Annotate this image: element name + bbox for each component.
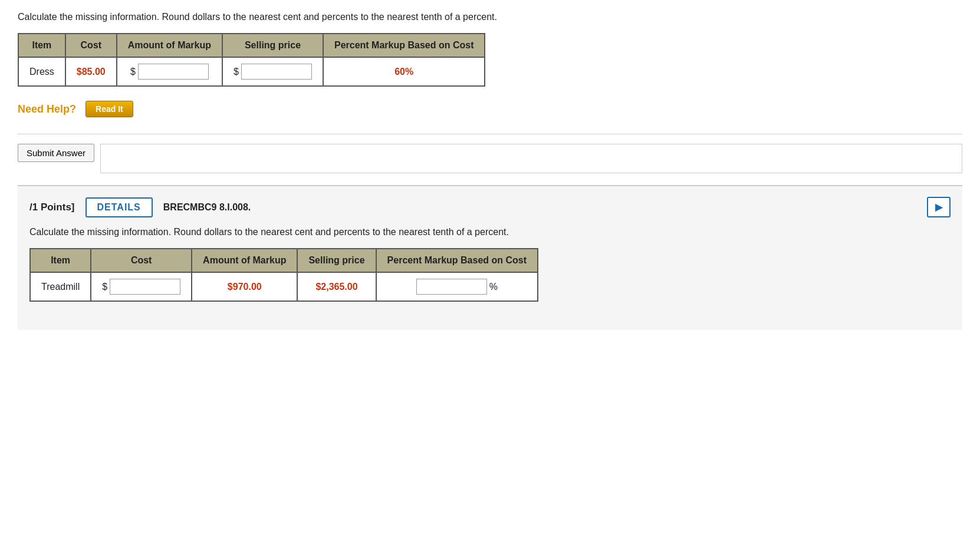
cell-selling-price: $	[222, 57, 323, 86]
col-header-item: Item	[18, 34, 65, 57]
col-header-markup-amount: Amount of Markup	[117, 34, 222, 57]
col2-header-selling-price: Selling price	[297, 249, 376, 272]
cell-percent-markup: 60%	[323, 57, 485, 86]
selling-price-value-2: $2,365.00	[315, 282, 357, 292]
page-wrapper: Calculate the missing information. Round…	[0, 0, 980, 342]
cell-markup-amount: $	[117, 57, 222, 86]
section2-table: Item Cost Amount of Markup Selling price…	[29, 248, 538, 302]
cost-value: $85.00	[77, 67, 106, 77]
answer-input-area	[100, 144, 962, 173]
percent-markup-value: 60%	[394, 67, 413, 77]
percent-markup-input-2[interactable]	[416, 279, 487, 295]
cell2-selling-price: $2,365.00	[297, 272, 376, 301]
dollar-sign-3: $	[102, 282, 107, 292]
col2-header-percent-markup: Percent Markup Based on Cost	[376, 249, 538, 272]
markup-amount-input[interactable]	[138, 64, 209, 80]
cell-cost: $85.00	[65, 57, 117, 86]
section-right-button[interactable]: ▶	[927, 197, 951, 217]
section-2: /1 Points] DETAILS BRECMBC9 8.I.008. ▶ C…	[18, 185, 962, 330]
cell2-percent-markup: %	[376, 272, 538, 301]
submit-answer-button[interactable]: Submit Answer	[18, 144, 94, 162]
reference-code: BRECMBC9 8.I.008.	[163, 202, 251, 213]
markup-amount-input-wrapper: $	[128, 64, 211, 80]
need-help-label: Need Help?	[18, 103, 76, 115]
col-header-percent-markup: Percent Markup Based on Cost	[323, 34, 485, 57]
col-header-cost: Cost	[65, 34, 117, 57]
cell-item: Dress	[18, 57, 65, 86]
col-header-selling-price: Selling price	[222, 34, 323, 57]
dollar-sign-2: $	[234, 67, 239, 77]
submit-row: Submit Answer	[18, 134, 962, 173]
table-row: Dress $85.00 $ $	[18, 57, 485, 86]
cell2-markup-amount: $970.00	[192, 272, 297, 301]
percent-markup-input-wrapper-2: %	[387, 279, 527, 295]
points-details-row: /1 Points] DETAILS BRECMBC9 8.I.008. ▶	[29, 197, 951, 217]
points-label: /1 Points]	[29, 202, 75, 213]
selling-price-input-wrapper: $	[234, 64, 312, 80]
read-it-button[interactable]: Read It	[85, 101, 133, 117]
table-header-row-2: Item Cost Amount of Markup Selling price…	[30, 249, 538, 272]
markup-amount-value-2: $970.00	[228, 282, 262, 292]
cost-input-wrapper-2: $	[102, 279, 180, 295]
section-1: Calculate the missing information. Round…	[18, 12, 962, 185]
section1-instructions: Calculate the missing information. Round…	[18, 12, 962, 22]
cost-input-2[interactable]	[110, 279, 180, 295]
cell2-item: Treadmill	[30, 272, 91, 301]
cell2-cost: $	[91, 272, 192, 301]
percent-sign: %	[489, 282, 498, 292]
details-button[interactable]: DETAILS	[85, 197, 153, 217]
selling-price-input[interactable]	[241, 64, 312, 80]
section1-table: Item Cost Amount of Markup Selling price…	[18, 33, 485, 87]
section2-instructions: Calculate the missing information. Round…	[29, 227, 951, 237]
dollar-sign-1: $	[130, 67, 136, 77]
table-header-row: Item Cost Amount of Markup Selling price…	[18, 34, 485, 57]
need-help-row: Need Help? Read It	[18, 101, 962, 117]
col2-header-cost: Cost	[91, 249, 192, 272]
table-row-2: Treadmill $ $970.00 $2,365.00	[30, 272, 538, 301]
col2-header-markup-amount: Amount of Markup	[192, 249, 297, 272]
col2-header-item: Item	[30, 249, 91, 272]
